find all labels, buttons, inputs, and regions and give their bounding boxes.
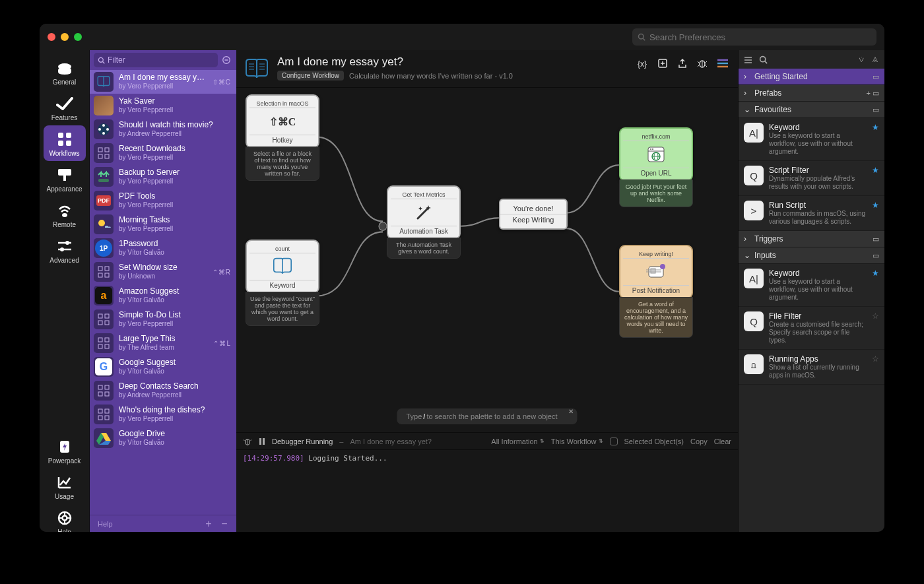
workflow-row[interactable]: aAmazon Suggestby Vítor Galvão xyxy=(90,284,236,308)
search-preferences-input[interactable]: Search Preferences xyxy=(632,28,876,46)
palette-hint-bar[interactable]: Type / to search the palette to add a ne… xyxy=(397,408,577,424)
nav-powerpack[interactable]: Powerpack xyxy=(44,433,86,469)
debug-button[interactable] xyxy=(697,58,709,70)
workflow-row[interactable]: Set Window sizeby Unknown⌃⌘R xyxy=(90,260,236,284)
nav-appearance[interactable]: Appearance xyxy=(44,161,86,197)
node-open-url[interactable]: netflix.com Open URL Good job! Put your … xyxy=(619,127,693,207)
palette-section-triggers[interactable]: ›Triggers▭ xyxy=(739,231,884,247)
close-window-button[interactable] xyxy=(48,33,55,41)
workflow-list[interactable]: Am I done my essay yet?by Vero Pepperrel… xyxy=(90,70,236,515)
palette-item-icon: Q xyxy=(744,166,764,185)
nav-usage[interactable]: Usage xyxy=(44,469,86,504)
workflow-row-title: Google Suggest xyxy=(119,358,231,368)
variables-button[interactable]: {x} xyxy=(638,58,649,70)
workflow-row[interactable]: Who's doing the dishes?by Vero Pepperrel… xyxy=(90,403,236,426)
bug-icon[interactable] xyxy=(243,437,252,446)
node-post-notification[interactable]: Keep writing! Post Notification Get a wo… xyxy=(619,245,693,338)
selected-objects-checkbox[interactable] xyxy=(610,438,618,445)
palette-item[interactable]: A|KeywordUse a keyword to start a workfl… xyxy=(739,264,884,307)
palette-toggle-button[interactable] xyxy=(717,58,729,70)
section-rail-button[interactable]: ▭ xyxy=(873,73,879,81)
nav-remote[interactable]: Remote xyxy=(44,197,86,232)
workflow-filter-input[interactable]: Filter xyxy=(94,53,218,67)
expand-all-button[interactable]: ⩓ xyxy=(872,55,879,63)
favourite-star[interactable]: ☆ xyxy=(872,311,879,321)
favourite-star[interactable]: ★ xyxy=(872,123,879,132)
workflow-row[interactable]: GGoogle Suggestby Vítor Galvão xyxy=(90,355,236,379)
workflow-row[interactable]: PDFPDF Toolsby Vero Pepperrell xyxy=(90,189,236,212)
palette-item[interactable]: >Run ScriptRun commands in macOS, using … xyxy=(739,196,884,231)
section-rail-button[interactable]: + ▭ xyxy=(867,89,879,98)
svg-point-21 xyxy=(98,57,103,62)
workflow-row[interactable]: Deep Contacts Searchby Andrew Pepperrell xyxy=(90,379,236,403)
node-hotkey[interactable]: Selection in macOS ⇧⌘C Hotkey Select a f… xyxy=(246,94,319,181)
palette-section-favourites[interactable]: ⌄Favourites▭ xyxy=(739,102,884,118)
nav-workflows[interactable]: Workflows xyxy=(44,125,86,161)
export-button[interactable] xyxy=(677,58,689,70)
svg-rect-39 xyxy=(105,273,109,277)
pause-button[interactable] xyxy=(259,438,265,445)
node-keyword[interactable]: count Keyword Use the keyword "count" an… xyxy=(246,240,319,326)
palette-hint-close[interactable]: ✕ xyxy=(568,408,574,415)
debugger-scope-select[interactable]: This Workflow⇅ xyxy=(551,438,603,445)
workflow-row[interactable]: Simple To-Do Listby Vero Pepperrell xyxy=(90,308,236,331)
nav-general[interactable]: General xyxy=(44,54,86,90)
nav-features[interactable]: Features xyxy=(44,90,86,125)
remove-workflow-button[interactable]: − xyxy=(216,517,232,531)
debugger-info-select[interactable]: All Information⇅ xyxy=(491,438,544,445)
palette-item-desc: Use a keyword to start a workflow, use w… xyxy=(769,278,867,302)
workflow-row[interactable]: Recent Downloadsby Vero Pepperrell xyxy=(90,141,236,165)
workflow-row[interactable]: 1P1Passwordby Vítor Galvão xyxy=(90,236,236,260)
workflow-canvas[interactable]: Selection in macOS ⇧⌘C Hotkey Select a f… xyxy=(236,87,738,433)
favourite-star[interactable]: ★ xyxy=(872,269,879,278)
palette-section-getting-started[interactable]: ›Getting Started▭ xyxy=(739,69,884,85)
workflow-row[interactable]: Google Driveby Vítor Galvão xyxy=(90,426,236,450)
section-rail-button[interactable]: ▭ xyxy=(873,235,879,243)
debugger-copy-button[interactable]: Copy xyxy=(690,438,708,445)
workflow-row-title: Deep Contacts Search xyxy=(119,382,231,391)
minimize-window-button[interactable] xyxy=(61,33,69,41)
palette-item[interactable]: A|KeywordUse a keyword to start a workfl… xyxy=(739,118,884,161)
palette-section-inputs[interactable]: ⌄Inputs▭ xyxy=(739,247,884,264)
node-conditional[interactable]: You're done! Keep Writing xyxy=(499,199,568,230)
section-rail-button[interactable]: ▭ xyxy=(873,251,879,260)
favourite-star[interactable]: ★ xyxy=(872,166,879,175)
node-notif-desc: Get a word of encouragement, and a calcu… xyxy=(619,297,693,338)
palette-search-button[interactable] xyxy=(759,55,768,64)
general-icon xyxy=(56,59,73,77)
node-automation-task[interactable]: Get Text Metrics Automation Task The Aut… xyxy=(387,185,461,259)
import-button[interactable] xyxy=(657,58,669,70)
favourite-star[interactable]: ☆ xyxy=(872,354,879,364)
section-rail-button[interactable]: ▭ xyxy=(873,106,879,114)
palette-item[interactable]: ⩍Running AppsShow a list of currently ru… xyxy=(739,350,884,385)
palette-item[interactable]: QFile FilterCreate a customised file sea… xyxy=(739,307,884,350)
favourite-star[interactable]: ★ xyxy=(872,201,879,210)
zoom-window-button[interactable] xyxy=(74,33,82,41)
palette-item-icon: Q xyxy=(744,311,764,331)
workflow-row[interactable]: Yak Saverby Vero Pepperrell xyxy=(90,94,236,117)
circle-minus-icon xyxy=(222,55,231,65)
workflow-row[interactable]: Large Type Thisby The Alfred team⌃⌘L xyxy=(90,331,236,355)
svg-rect-32 xyxy=(98,154,102,158)
workflow-row-title: Backup to Server xyxy=(119,168,231,178)
nav-advanced[interactable]: Advanced xyxy=(44,232,86,268)
workflow-filter-options[interactable] xyxy=(220,54,232,66)
workflow-row[interactable]: Backup to Serverby Vero Pepperrell xyxy=(90,165,236,189)
help-link[interactable]: Help xyxy=(98,520,113,528)
add-workflow-button[interactable]: + xyxy=(201,517,216,531)
svg-point-29 xyxy=(98,128,101,131)
workflow-row[interactable]: Should I watch this movie?by Andrew Pepp… xyxy=(90,117,236,141)
palette-item-icon: ⩍ xyxy=(744,354,764,374)
palette-section-prefabs[interactable]: ›Prefabs+ ▭ xyxy=(739,85,884,102)
nav-help[interactable]: Help xyxy=(44,504,86,532)
debugger-output[interactable]: [14:29:57.980] Logging Started... xyxy=(236,450,738,532)
palette-item[interactable]: QScript FilterDynamically populate Alfre… xyxy=(739,161,884,196)
workflow-row[interactable]: Am I done my essay yet?by Vero Pepperrel… xyxy=(90,70,236,94)
collapse-all-button[interactable]: ⩒ xyxy=(858,55,865,63)
workflow-row[interactable]: Morning Tasksby Vero Pepperrell xyxy=(90,212,236,236)
workflow-row-title: Am I done my essay yet? xyxy=(119,73,207,82)
configure-workflow-button[interactable]: Configure Workflow xyxy=(277,71,344,81)
list-icon[interactable] xyxy=(744,55,752,64)
debugger-clear-button[interactable]: Clear xyxy=(714,438,731,445)
workflow-title: Am I done my essay yet? xyxy=(277,55,631,69)
